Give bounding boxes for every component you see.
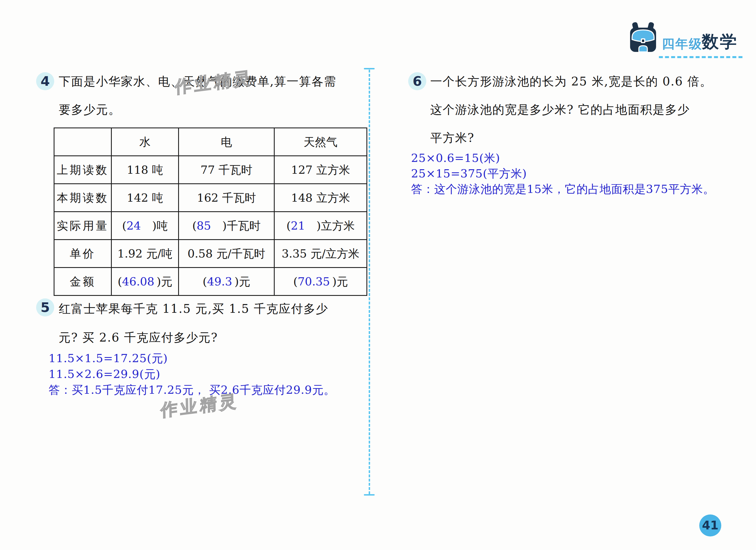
problem6-answer-line: 答：这个游泳池的宽是15米，它的占地面积是375平方米。: [411, 182, 715, 196]
table-cell-answer: (85)千瓦时: [179, 212, 274, 240]
table-corner-cell: [54, 128, 112, 156]
answer-value: 24: [126, 219, 141, 232]
table-cell-answer: (70.35)元: [274, 268, 367, 295]
row-label: 单价: [54, 240, 112, 268]
paren: (: [293, 275, 298, 288]
problem5-work-line2: 11.5×2.6=29.9(元): [49, 367, 160, 381]
paren: (: [122, 219, 126, 232]
row-label: 上期读数: [54, 156, 112, 184]
table-cell-answer: (24)吨: [112, 212, 179, 240]
table-row-current-reading: 本期读数 142 吨 162 千瓦时 148 立方米: [54, 184, 367, 212]
problem5-text-line1: 红富士苹果每千克 11.5 元,买 1.5 千克应付多少: [59, 302, 328, 316]
problem5-work-line1: 11.5×1.5=17.25(元): [49, 351, 168, 365]
answer-value: 21: [291, 219, 305, 232]
table-cell: 162 千瓦时: [179, 184, 274, 212]
paren: (: [118, 275, 122, 288]
answer-value: 49.3: [207, 275, 232, 288]
table-cell: 148 立方米: [274, 184, 367, 212]
table-cell: 1.92 元/吨: [112, 240, 179, 268]
grade-label: 四年级: [662, 36, 702, 52]
table-cell: 77 千瓦时: [179, 156, 274, 184]
row-label: 实际用量: [54, 212, 112, 240]
problem6-work-line1: 25×0.6=15(米): [411, 151, 500, 165]
row-label: 本期读数: [54, 184, 112, 212]
problem5-text-line2: 元? 买 2.6 千克应付多少元?: [59, 330, 218, 345]
table-row-previous-reading: 上期读数 118 吨 77 千瓦时 127 立方米: [54, 156, 367, 184]
table-cell: 3.35 元/立方米: [274, 240, 367, 268]
brand-underline-dashes: [659, 56, 742, 58]
watermark-top: 作业精灵: [174, 66, 253, 99]
problem4-number-badge: 4: [36, 72, 54, 90]
paren: (: [203, 275, 207, 288]
paren-unit: )元: [157, 275, 172, 288]
col-header-electricity: 电: [179, 128, 274, 156]
table-cell-answer: (46.08)元: [112, 268, 179, 295]
table-cell: 0.58 元/千瓦时: [179, 240, 274, 268]
paren-unit: )立方米: [316, 219, 355, 232]
answer-value: 85: [197, 219, 211, 232]
backpack-logo-icon: [629, 22, 657, 53]
problem6-number-badge: 6: [408, 72, 426, 90]
billing-table: 水 电 天然气 上期读数 118 吨 77 千瓦时 127 立方米 本期读数 1…: [54, 128, 367, 296]
table-cell: 118 吨: [112, 156, 179, 184]
problem5-number-badge: 5: [36, 298, 54, 316]
workbook-page: { "header": { "grade_label": "四年级", "sub…: [0, 0, 756, 550]
divider-top-cap: [364, 68, 375, 69]
paren-unit: )千瓦时: [222, 219, 261, 232]
answer-value: 70.35: [298, 275, 330, 288]
problem5-answer-line: 答：买1.5千克应付17.25元， 买2.6千克应付29.9元。: [49, 383, 335, 396]
table-cell: 142 吨: [112, 184, 179, 212]
table-row-amount: 金额 (46.08)元 (49.3)元 (70.35)元: [54, 268, 367, 295]
table-header-row: 水 电 天然气: [54, 128, 367, 156]
paren-unit: )元: [235, 275, 250, 288]
paren: (: [192, 219, 197, 232]
table-cell: 127 立方米: [274, 156, 367, 184]
table-row-actual-usage: 实际用量 (24)吨 (85)千瓦时 (21)立方米: [54, 212, 367, 240]
problem6-text-line1: 一个长方形游泳池的长为 25 米,宽是长的 0.6 倍。: [430, 75, 712, 89]
answer-value: 46.08: [122, 275, 154, 288]
column-divider: [369, 70, 370, 494]
paren-unit: )元: [332, 275, 348, 288]
page-number: 41: [702, 518, 718, 532]
col-header-water: 水: [112, 128, 179, 156]
page-number-circle: 41: [699, 514, 721, 536]
paren-unit: )吨: [152, 219, 168, 232]
table-cell-answer: (49.3)元: [179, 268, 274, 295]
problem6-text-line2: 这个游泳池的宽是多少米? 它的占地面积是多少: [430, 103, 690, 117]
col-header-gas: 天然气: [274, 128, 367, 156]
paren: (: [286, 219, 291, 232]
problem6-text-line3: 平方米?: [430, 131, 475, 145]
subject-label: 数学: [702, 30, 738, 53]
problem6-work-line2: 25×15=375(平方米): [411, 167, 527, 180]
problem4-text-line2: 要多少元。: [59, 103, 121, 117]
table-row-unit-price: 单价 1.92 元/吨 0.58 元/千瓦时 3.35 元/立方米: [54, 240, 367, 268]
divider-bottom-cap: [364, 494, 375, 496]
row-label: 金额: [54, 268, 112, 295]
table-cell-answer: (21)立方米: [274, 212, 367, 240]
